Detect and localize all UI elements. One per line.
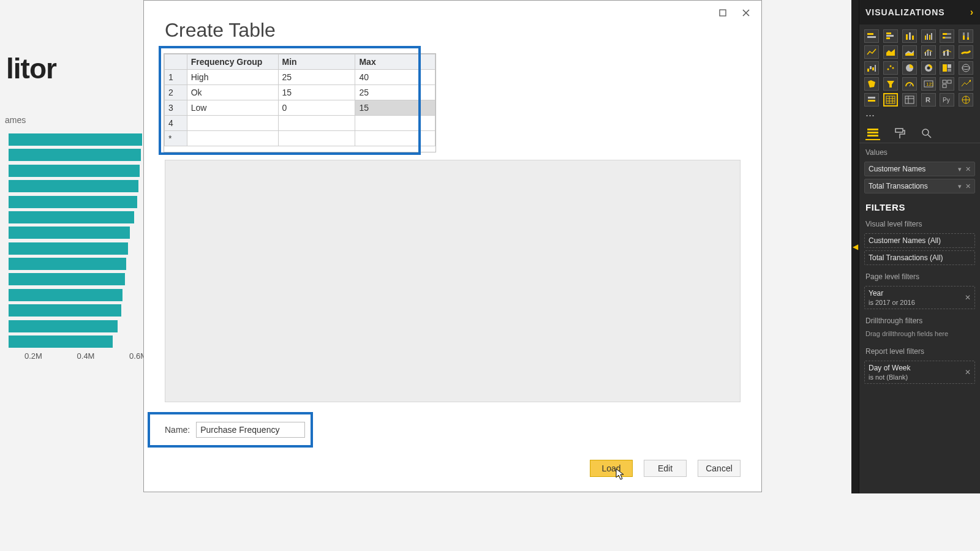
filter-item[interactable]: Day of Week is not (Blank) ✕	[864, 361, 975, 384]
viz-line[interactable]	[864, 45, 879, 59]
table-row[interactable]: 1 High 25 40	[165, 70, 435, 85]
cell[interactable]	[355, 116, 435, 131]
col-header-frequency-group[interactable]: Frequency Group	[187, 54, 278, 70]
filter-label: Customer Names	[869, 236, 925, 245]
viz-kpi[interactable]	[959, 77, 973, 91]
chevron-left-icon: ◀	[853, 242, 858, 251]
name-input[interactable]	[196, 422, 305, 438]
cell[interactable]: 25	[355, 85, 435, 100]
page-subtitle-fragment: ames	[5, 115, 26, 125]
viz-table[interactable]	[883, 93, 898, 107]
chevron-down-icon[interactable]: ▾	[958, 165, 962, 173]
cell[interactable]: High	[187, 70, 278, 85]
table-row[interactable]: 3 Low 0 15	[165, 100, 435, 116]
viz-card[interactable]: 123	[921, 77, 936, 91]
viz-map[interactable]	[959, 61, 973, 75]
cell[interactable]: Ok	[187, 85, 278, 100]
filter-label: Total Transactions	[869, 253, 928, 262]
cell[interactable]	[278, 131, 355, 146]
svg-rect-55	[905, 96, 914, 103]
stacked-100-column-icon	[961, 32, 971, 40]
pill-label: Customer Names	[869, 165, 925, 173]
cell[interactable]	[187, 116, 278, 131]
cell[interactable]	[355, 131, 435, 146]
more-icon[interactable]: ···	[859, 109, 980, 122]
cancel-button[interactable]: Cancel	[698, 460, 741, 477]
svg-rect-0	[720, 10, 726, 16]
cell[interactable]: 0	[278, 100, 355, 116]
viz-stacked-100-bar[interactable]	[940, 29, 954, 43]
viz-slicer[interactable]	[864, 93, 879, 107]
viz-pie[interactable]	[902, 61, 917, 75]
viz-clustered-column[interactable]	[921, 29, 936, 43]
table-row[interactable]: 4	[165, 116, 435, 131]
viz-funnel[interactable]	[883, 77, 898, 91]
format-tab[interactable]	[892, 127, 907, 140]
cell[interactable]: 25	[278, 70, 355, 85]
viz-filled-map[interactable]	[864, 77, 879, 91]
viz-ribbon[interactable]	[959, 45, 973, 59]
viz-stacked-100-column[interactable]	[959, 29, 973, 43]
col-header-min[interactable]: Min	[278, 54, 355, 70]
cell[interactable]	[278, 116, 355, 131]
line-clustered-icon	[924, 48, 933, 56]
cell[interactable]: 40	[355, 70, 435, 85]
grid-corner[interactable]	[165, 54, 187, 70]
cell[interactable]: 15	[278, 85, 355, 100]
data-grid[interactable]: Frequency Group Min Max 1 High 25 40 2 O…	[164, 53, 436, 152]
filters-header: FILTERS	[859, 196, 980, 215]
viz-donut[interactable]	[921, 61, 936, 75]
viz-gauge[interactable]	[902, 77, 917, 91]
viz-line-stacked[interactable]	[940, 45, 954, 59]
col-header-max[interactable]: Max	[355, 54, 435, 70]
chevron-down-icon[interactable]: ▾	[958, 182, 962, 190]
viz-clustered-bar[interactable]	[883, 29, 898, 43]
viz-area[interactable]	[883, 45, 898, 59]
svg-point-32	[892, 67, 894, 69]
cell-selected[interactable]: 15	[355, 100, 435, 116]
remove-icon[interactable]: ✕	[965, 293, 971, 302]
viz-multi-card[interactable]	[940, 77, 954, 91]
analytics-tab[interactable]	[919, 127, 934, 140]
close-button[interactable]	[734, 4, 758, 22]
viz-stacked-area[interactable]	[902, 45, 917, 59]
remove-icon[interactable]: ✕	[965, 368, 971, 377]
filter-item[interactable]: Year is 2017 or 2016 ✕	[864, 286, 975, 309]
cell[interactable]	[187, 131, 278, 146]
remove-icon[interactable]: ✕	[965, 165, 971, 173]
svg-rect-64	[895, 129, 903, 132]
bg-chart-axis: 0.2M 0.4M 0.6M	[24, 351, 147, 361]
table-row[interactable]: 2 Ok 15 25	[165, 85, 435, 100]
value-pill[interactable]: Customer Names ▾✕	[864, 162, 975, 176]
fields-tab[interactable]	[865, 127, 880, 140]
value-pill[interactable]: Total Transactions ▾✕	[864, 179, 975, 193]
viz-r-visual[interactable]: R	[921, 93, 936, 107]
viz-stacked-column[interactable]	[902, 29, 917, 43]
table-row-new[interactable]: *	[165, 131, 435, 146]
filter-item[interactable]: Customer Names (All)	[864, 233, 975, 248]
viz-matrix[interactable]	[902, 93, 917, 107]
edit-button[interactable]: Edit	[644, 460, 687, 477]
maximize-button[interactable]	[711, 4, 734, 22]
clustered-bar-icon	[886, 32, 895, 40]
pie-icon	[905, 64, 914, 72]
viz-stacked-bar[interactable]	[864, 29, 879, 43]
svg-rect-10	[927, 34, 928, 40]
viz-line-clustered[interactable]	[921, 45, 936, 59]
viz-globe[interactable]	[959, 93, 973, 107]
viz-scatter[interactable]	[883, 61, 898, 75]
filter-item[interactable]: Total Transactions (All)	[864, 250, 975, 265]
chevron-right-icon[interactable]: ›	[970, 7, 974, 18]
filter-scope: (All)	[928, 236, 941, 245]
viz-waterfall[interactable]	[864, 61, 879, 75]
line-icon	[867, 48, 876, 56]
viz-py-visual[interactable]: Py	[940, 93, 954, 107]
viz-treemap[interactable]	[940, 61, 954, 75]
load-button[interactable]: Load	[590, 460, 633, 477]
cell[interactable]: Low	[187, 100, 278, 116]
panel-collapse-strip[interactable]: ◀	[851, 0, 859, 493]
chart-bar	[9, 304, 121, 317]
remove-icon[interactable]: ✕	[965, 182, 971, 190]
name-label: Name:	[165, 425, 190, 435]
waterfall-icon	[867, 64, 876, 72]
